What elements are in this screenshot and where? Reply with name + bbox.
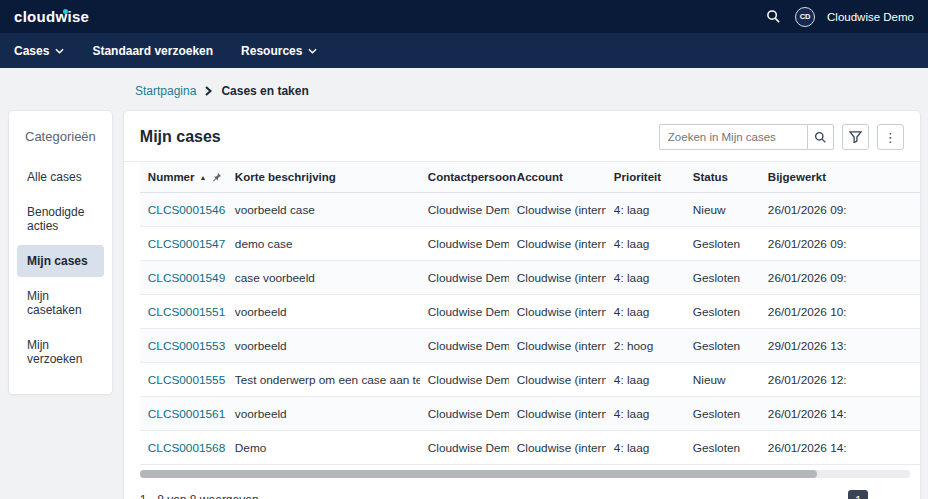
column-header-status[interactable]: Status	[685, 162, 760, 193]
cell-bijgewerkt: 26/01/2026 10:	[760, 295, 920, 329]
nav-item-label: Cases	[14, 44, 49, 58]
rows-summary: 1 - 8 van 8 weergeven	[140, 493, 259, 499]
case-number-link[interactable]: CLCS0001551	[148, 305, 225, 319]
search-input[interactable]	[659, 124, 807, 150]
cell-bijgewerkt: 26/01/2026 14:	[760, 397, 920, 431]
cell-contactpersoon: Cloudwise Demo	[420, 295, 509, 329]
cell-prioriteit: 4: laag	[606, 431, 685, 465]
current-page-button[interactable]: 1	[848, 490, 868, 499]
case-number-link[interactable]: CLCS0001546	[148, 203, 225, 217]
case-number-link[interactable]: CLCS0001553	[148, 339, 225, 353]
cell-status: Gesloten	[685, 227, 760, 261]
cell-account: Cloudwise (intern)	[509, 363, 606, 397]
cell-account: Cloudwise (intern)	[509, 329, 606, 363]
cell-prioriteit: 4: laag	[606, 227, 685, 261]
cell-contactpersoon: Cloudwise Demo	[420, 431, 509, 465]
sidebar-item-alle-cases[interactable]: Alle cases	[17, 161, 104, 193]
cell-account: Cloudwise (intern)	[509, 295, 606, 329]
cell-bijgewerkt: 26/01/2026 14:	[760, 431, 920, 465]
case-number-link[interactable]: CLCS0001561	[148, 407, 225, 421]
column-header-prioriteit[interactable]: Prioriteit	[606, 162, 685, 193]
nav-item-resources[interactable]: Resources	[241, 44, 317, 58]
case-number-link[interactable]: CLCS0001555	[148, 373, 225, 387]
list-controls: ⋮	[659, 124, 904, 150]
cell-status: Gesloten	[685, 261, 760, 295]
breadcrumb-home-link[interactable]: Startpagina	[135, 84, 196, 98]
cell-bijgewerkt: 26/01/2026 09:	[760, 227, 920, 261]
table-row: CLCS0001546voorbeeld caseCloudwise DemoC…	[140, 193, 920, 227]
search-icon[interactable]	[764, 7, 783, 26]
cell-bijgewerkt: 26/01/2026 12:	[760, 363, 920, 397]
cell-contactpersoon: Cloudwise Demo	[420, 329, 509, 363]
cell-nummer: CLCS0001561	[140, 397, 227, 431]
filter-button[interactable]	[842, 124, 869, 150]
column-header-contactpersoon[interactable]: Contactpersoon	[420, 162, 509, 193]
search-group	[659, 124, 834, 150]
case-number-link[interactable]: CLCS0001547	[148, 237, 225, 251]
cell-bijgewerkt: 26/01/2026 09:	[760, 261, 920, 295]
page-title: Mijn cases	[140, 128, 221, 146]
cell-account: Cloudwise (intern)	[509, 261, 606, 295]
cell-account: Cloudwise (intern)	[509, 397, 606, 431]
cell-prioriteit: 4: laag	[606, 363, 685, 397]
horizontal-scrollbar-track	[140, 470, 910, 478]
sidebar-item-mijn-cases[interactable]: Mijn cases	[17, 245, 104, 277]
cell-beschrijving: Test onderwerp om een case aan te maken	[227, 363, 420, 397]
next-page-button[interactable]: ›	[880, 493, 884, 499]
sidebar-item-benodigde-acties[interactable]: Benodigde acties	[17, 196, 104, 242]
cell-prioriteit: 4: laag	[606, 261, 685, 295]
column-label: Nummer	[148, 171, 195, 183]
topbar-right: CD Cloudwise Demo	[764, 7, 914, 27]
cell-prioriteit: 4: laag	[606, 193, 685, 227]
breadcrumb: Startpagina Cases en taken	[0, 68, 928, 110]
brand-logo[interactable]: cloudwise	[14, 8, 89, 25]
page-content: Categorieën Alle cases Benodigde acties …	[0, 110, 928, 499]
avatar[interactable]: CD	[795, 7, 815, 27]
cell-contactpersoon: Cloudwise Demo	[420, 397, 509, 431]
sidebar-item-mijn-casetaken[interactable]: Mijn casetaken	[17, 280, 104, 326]
cell-beschrijving: voorbeeld	[227, 397, 420, 431]
cell-status: Gesloten	[685, 329, 760, 363]
cell-beschrijving: case voorbeeld	[227, 261, 420, 295]
cell-nummer: CLCS0001546	[140, 193, 227, 227]
column-header-korte-beschrijving[interactable]: Korte beschrijving	[227, 162, 420, 193]
categories-sidebar: Categorieën Alle cases Benodigde acties …	[8, 110, 113, 395]
sort-asc-icon: ▲	[199, 174, 206, 181]
panel-header: Mijn cases ⋮	[124, 111, 920, 161]
cell-prioriteit: 4: laag	[606, 295, 685, 329]
nav-item-cases[interactable]: Cases	[14, 44, 64, 58]
first-page-button[interactable]: «	[813, 493, 820, 499]
cell-beschrijving: voorbeeld	[227, 295, 420, 329]
column-header-bijgewerkt[interactable]: Bijgewerkt	[760, 162, 920, 193]
last-page-button[interactable]: »	[897, 493, 904, 499]
cell-beschrijving: voorbeeld case	[227, 193, 420, 227]
case-number-link[interactable]: CLCS0001568	[148, 441, 225, 455]
cell-account: Cloudwise (intern)	[509, 193, 606, 227]
cell-nummer: CLCS0001553	[140, 329, 227, 363]
cell-status: Nieuw	[685, 363, 760, 397]
column-header-nummer[interactable]: Nummer ▲	[140, 162, 227, 193]
more-options-button[interactable]: ⋮	[877, 124, 904, 150]
user-name[interactable]: Cloudwise Demo	[827, 11, 914, 23]
table-row: CLCS0001568DemoCloudwise DemoCloudwise (…	[140, 431, 920, 465]
table-header-row: Nummer ▲ Korte beschrijving Contactpers	[140, 162, 920, 193]
brand-accent-dot	[63, 9, 68, 14]
nav-item-standaard-verzoeken[interactable]: Standaard verzoeken	[92, 44, 213, 58]
horizontal-scrollbar-thumb[interactable]	[140, 470, 818, 478]
cell-status: Gesloten	[685, 397, 760, 431]
sidebar-title: Categorieën	[9, 119, 112, 158]
sidebar-item-mijn-verzoeken[interactable]: Mijn verzoeken	[17, 329, 104, 375]
search-submit-button[interactable]	[807, 124, 834, 150]
column-header-account[interactable]: Account	[509, 162, 606, 193]
table-row: CLCS0001551voorbeeldCloudwise DemoCloudw…	[140, 295, 920, 329]
case-number-link[interactable]: CLCS0001549	[148, 271, 225, 285]
cell-status: Nieuw	[685, 193, 760, 227]
cell-bijgewerkt: 29/01/2026 13:	[760, 329, 920, 363]
cell-status: Gesloten	[685, 295, 760, 329]
cell-contactpersoon: Cloudwise Demo	[420, 193, 509, 227]
previous-page-button[interactable]: ‹	[832, 493, 836, 499]
cell-prioriteit: 2: hoog	[606, 329, 685, 363]
breadcrumb-current: Cases en taken	[221, 84, 308, 98]
pin-column-icon[interactable]	[211, 172, 222, 183]
cell-account: Cloudwise (intern)	[509, 227, 606, 261]
